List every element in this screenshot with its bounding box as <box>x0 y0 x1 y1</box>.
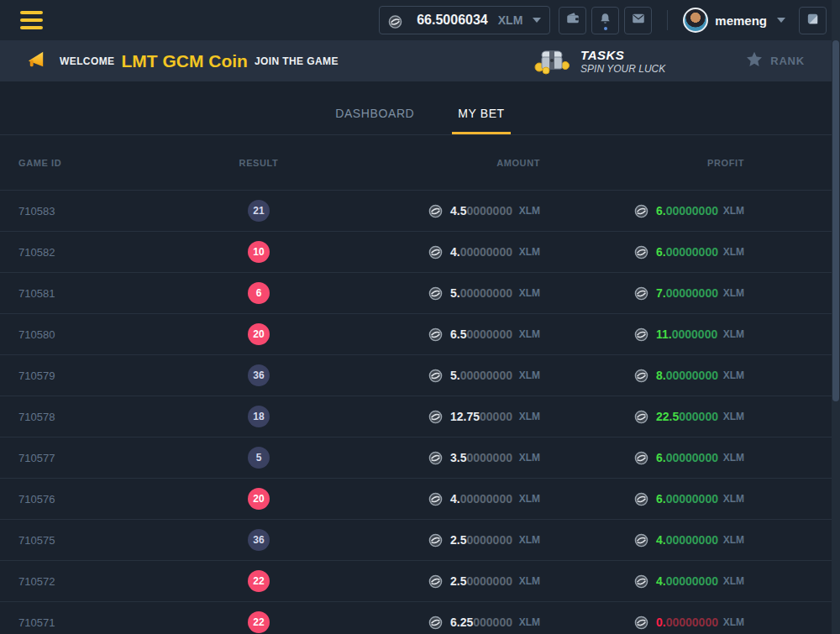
result-badge: 5 <box>248 447 270 469</box>
scrollbar[interactable] <box>832 0 840 634</box>
chevron-down-icon <box>777 18 785 23</box>
profit-value: 6.00000000 <box>656 451 718 464</box>
game-id: 710578 <box>0 411 202 423</box>
amount-significant: 2.5 <box>450 533 466 547</box>
table-row[interactable]: 710583 21 4.50000000 XLM <box>0 191 840 232</box>
xlm-coin-icon <box>634 616 648 630</box>
amount-significant: 3.5 <box>450 451 466 464</box>
xlm-coin-icon <box>634 410 648 424</box>
messages-button[interactable] <box>624 7 652 34</box>
game-id: 710581 <box>0 287 202 300</box>
hamburger-menu-icon[interactable] <box>20 11 43 29</box>
balance-amount: 66.5006034 <box>417 13 488 28</box>
header-game-id: GAME ID <box>0 158 202 168</box>
currency-label: XLM <box>723 575 744 587</box>
balance-selector[interactable]: 66.5006034 XLM <box>379 6 550 34</box>
xlm-coin-icon <box>428 245 443 259</box>
tab-my-bet[interactable]: MY BET <box>452 107 510 134</box>
xlm-coin-icon <box>428 204 443 218</box>
xlm-coin-icon <box>634 327 648 342</box>
megaphone-icon <box>25 48 48 74</box>
amount-significant: 4.5 <box>450 204 466 217</box>
profit-zeros: 000000 <box>679 410 718 423</box>
game-id: 710577 <box>0 452 202 464</box>
profit-significant: 6. <box>656 451 666 464</box>
table-row[interactable]: 710571 22 6.25000000 XLM <box>0 602 840 634</box>
scrollbar-thumb[interactable] <box>832 40 839 401</box>
result-badge: 18 <box>248 406 270 427</box>
amount-value: 2.50000000 <box>450 533 512 547</box>
tab-dashboard[interactable]: DASHBOARD <box>329 107 420 134</box>
game-id: 710572 <box>0 575 202 588</box>
treasure-chest-icon <box>533 45 570 78</box>
table-row[interactable]: 710575 36 2.50000000 XLM <box>0 520 840 561</box>
game-id: 710580 <box>0 328 202 341</box>
amount-zeros: 0000000 <box>466 451 512 464</box>
username: memeng <box>715 13 767 28</box>
game-id: 710579 <box>0 369 202 382</box>
currency-label: XLM <box>723 534 744 546</box>
table-row[interactable]: 710580 20 6.50000000 XLM <box>0 314 840 355</box>
site-title: LMT GCM Coin <box>121 51 247 71</box>
rank-link[interactable]: RANK <box>745 50 805 72</box>
profit-zeros: 00000000 <box>666 369 718 382</box>
currency-label: XLM <box>723 616 744 628</box>
wallet-button[interactable] <box>559 7 586 34</box>
currency-label: XLM <box>723 205 744 217</box>
result-badge: 10 <box>248 241 270 263</box>
xlm-coin-icon <box>428 410 443 424</box>
amount-significant: 4. <box>450 245 460 259</box>
profit-significant: 11. <box>656 327 672 341</box>
result-badge: 36 <box>248 364 270 386</box>
amount-zeros: 00000000 <box>460 286 512 300</box>
currency-label: XLM <box>723 246 744 258</box>
currency-label: XLM <box>723 328 744 340</box>
welcome-banner: WELCOME LMT GCM Coin JOIN THE GAME TASKS <box>0 40 840 81</box>
table-row[interactable]: 710578 18 12.7500000 XLM <box>0 396 840 438</box>
amount-zeros: 00000000 <box>460 369 512 382</box>
tasks-label: TASKS <box>580 48 665 62</box>
amount-value: 4.00000000 <box>450 492 512 506</box>
xlm-coin-icon <box>428 492 443 506</box>
result-badge: 20 <box>248 488 270 510</box>
currency-label: XLM <box>519 369 540 381</box>
amount-value: 6.50000000 <box>450 327 512 341</box>
currency-label: XLM <box>723 411 744 422</box>
xlm-coin-icon <box>634 492 648 506</box>
star-icon <box>745 50 764 72</box>
table-header: GAME ID RESULT AMOUNT PROFIT <box>0 135 840 191</box>
profit-value: 7.00000000 <box>656 286 718 300</box>
amount-value: 6.25000000 <box>450 616 512 629</box>
avatar <box>683 8 708 33</box>
currency-label: XLM <box>723 369 744 381</box>
tasks-subtitle: SPIN YOUR LUCK <box>580 63 665 75</box>
currency-label: XLM <box>723 452 744 464</box>
table-row[interactable]: 710577 5 3.50000000 XLM <box>0 438 840 479</box>
tasks-link[interactable]: TASKS SPIN YOUR LUCK <box>533 45 665 78</box>
table-row[interactable]: 710581 6 5.00000000 XLM <box>0 273 840 314</box>
xlm-coin-icon <box>634 369 648 383</box>
currency-label: XLM <box>723 287 744 299</box>
profit-value: 6.00000000 <box>656 245 718 259</box>
table-row[interactable]: 710582 10 4.00000000 XLM <box>0 232 840 273</box>
currency-label: XLM <box>519 616 540 628</box>
tab-bar: DASHBOARD MY BET <box>0 81 840 135</box>
chat-button[interactable] <box>799 7 827 34</box>
profit-significant: 4. <box>656 533 666 547</box>
profit-significant: 6. <box>656 245 666 259</box>
amount-significant: 6.25 <box>450 616 473 629</box>
xlm-coin-icon <box>428 327 443 342</box>
amount-significant: 6.5 <box>450 327 466 341</box>
table-row[interactable]: 710576 20 4.00000000 XLM <box>0 479 840 520</box>
topbar-divider <box>667 10 668 30</box>
currency-label: XLM <box>723 493 744 505</box>
profit-value: 22.5000000 <box>656 410 718 423</box>
user-menu[interactable]: memeng <box>683 8 785 33</box>
amount-value: 3.50000000 <box>450 451 512 464</box>
currency-label: XLM <box>519 534 540 546</box>
profit-value: 0.00000000 <box>656 616 718 629</box>
result-badge: 20 <box>248 323 270 345</box>
notifications-button[interactable] <box>591 7 619 34</box>
table-row[interactable]: 710579 36 5.00000000 XLM <box>0 355 840 396</box>
table-row[interactable]: 710572 22 2.50000000 XLM <box>0 561 840 602</box>
